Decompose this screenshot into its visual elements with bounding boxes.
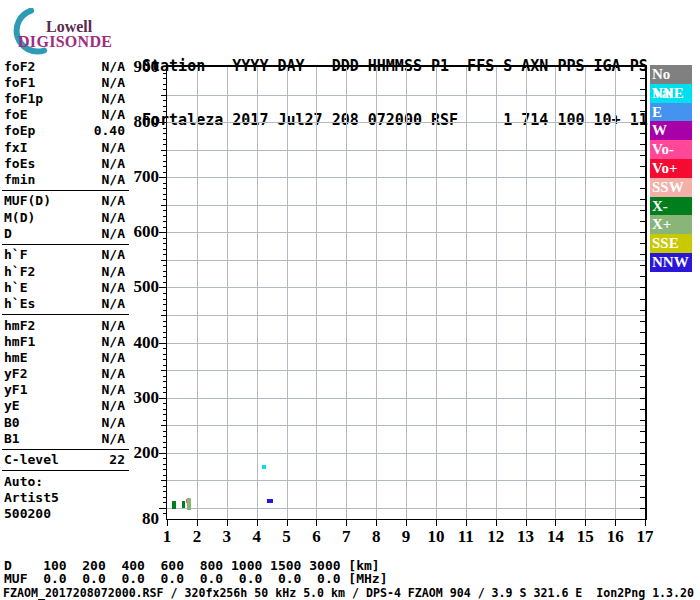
y-axis-right-tick (640, 276, 645, 277)
y-axis-tick (159, 122, 166, 123)
parameter-row: fminN/A (4, 171, 125, 187)
y-axis-tick (163, 337, 166, 338)
y-axis-tick (163, 458, 166, 459)
parameter-value: N/A (102, 415, 125, 430)
y-axis-right-tick (640, 442, 645, 443)
parameter-label: fxI (4, 140, 27, 155)
y-axis-tick-label: 700 (115, 168, 159, 186)
y-axis-tick (163, 464, 166, 465)
panel-divider (2, 470, 129, 471)
parameter-label: h`Es (4, 296, 35, 311)
y-axis-tick (159, 508, 166, 509)
y-axis-tick (163, 128, 166, 129)
x-axis-tick (346, 519, 347, 526)
parameter-row: yF2N/A (4, 366, 125, 382)
y-axis-tick (163, 387, 166, 388)
x-axis-tick-label: 6 (301, 527, 331, 547)
parameter-value: N/A (102, 91, 125, 106)
gridline-horizontal (167, 480, 645, 481)
parameter-label: B1 (4, 431, 20, 446)
footer-muf-row: MUF 0.0 0.0 0.0 0.0 0.0 0.0 0.0 0.0 [MHz… (4, 571, 388, 586)
parameter-row: B0N/A (4, 414, 125, 430)
y-axis-right-tick (640, 265, 645, 266)
gridline-vertical (615, 67, 616, 519)
y-axis-tick (163, 221, 166, 222)
x-axis-tick (526, 519, 527, 526)
parameter-row: Artist5 (4, 490, 125, 506)
y-axis-right-tick (640, 221, 645, 222)
y-axis-tick (159, 232, 166, 233)
y-axis-tick (163, 166, 166, 167)
parameter-row: hmF1N/A (4, 333, 125, 349)
y-axis-right-tick (640, 475, 645, 476)
x-axis-tick (585, 519, 586, 526)
y-axis-tick (159, 398, 166, 399)
y-axis-tick (163, 73, 166, 74)
y-axis-tick (163, 502, 166, 503)
y-axis-tick-label: 800 (115, 113, 159, 131)
parameter-value: N/A (102, 264, 125, 279)
legend-item-no-val: No Val (650, 65, 692, 84)
y-axis-tick (161, 315, 166, 316)
x-axis-tick (376, 519, 377, 526)
y-axis-right-tick (640, 111, 645, 112)
y-axis-tick (163, 100, 166, 101)
x-axis-tick-label: 7 (331, 527, 361, 547)
y-axis-tick (163, 271, 166, 272)
gridline-vertical (287, 67, 288, 519)
gridline-horizontal (167, 370, 645, 371)
y-axis-tick (163, 381, 166, 382)
y-axis-tick (163, 392, 166, 393)
y-axis-right-tick (640, 199, 645, 200)
gridline-vertical (316, 67, 317, 519)
y-axis-right-tick (640, 188, 645, 189)
parameter-row: h`FN/A (4, 247, 125, 263)
y-axis-right-tick (640, 409, 645, 410)
parameter-label: D (4, 226, 12, 241)
y-axis-right-tick (640, 155, 645, 156)
parameter-row: DN/A (4, 225, 125, 241)
y-axis-right-tick (640, 431, 645, 432)
gridline-horizontal (167, 177, 645, 178)
parameter-label: h`F2 (4, 264, 35, 279)
y-axis-tick (163, 513, 166, 514)
y-axis-right-tick (640, 376, 645, 377)
y-axis-tick (163, 89, 166, 90)
parameter-value: N/A (102, 296, 125, 311)
x-axis-tick (316, 519, 317, 526)
legend-item-x-: X- (650, 197, 692, 216)
y-axis-tick (163, 111, 166, 112)
panel-divider (2, 314, 129, 315)
parameter-label: C-level (4, 452, 59, 467)
y-axis-tick (163, 491, 166, 492)
y-axis-right-tick (640, 287, 645, 288)
gridline-horizontal (167, 205, 645, 206)
y-axis-right-tick (640, 486, 645, 487)
y-axis-right-tick (640, 254, 645, 255)
gridline-horizontal (167, 260, 645, 261)
x-axis-tick-label: 13 (511, 527, 541, 547)
y-axis-tick (163, 409, 166, 410)
parameter-label: hmE (4, 350, 27, 365)
y-axis-tick (163, 172, 166, 173)
x-axis-tick (615, 519, 616, 526)
y-axis-tick (161, 205, 166, 206)
y-axis-tick (163, 276, 166, 277)
y-axis-tick (161, 95, 166, 96)
y-axis-tick (163, 436, 166, 437)
y-axis-tick (163, 78, 166, 79)
x-axis-tick-label: 5 (272, 527, 302, 547)
y-axis-tick (163, 403, 166, 404)
data-point (172, 501, 176, 509)
y-axis-tick (161, 425, 166, 426)
y-axis-tick (163, 304, 166, 305)
gridline-vertical (257, 67, 258, 519)
y-axis-tick (163, 431, 166, 432)
parameter-row: C-level22 (4, 452, 125, 468)
y-axis-right-tick (640, 144, 645, 145)
y-axis-tick (161, 370, 166, 371)
x-axis-tick (257, 519, 258, 526)
y-axis-tick (163, 139, 166, 140)
parameter-value: N/A (102, 247, 125, 262)
parameter-label: MUF(D) (4, 193, 51, 208)
